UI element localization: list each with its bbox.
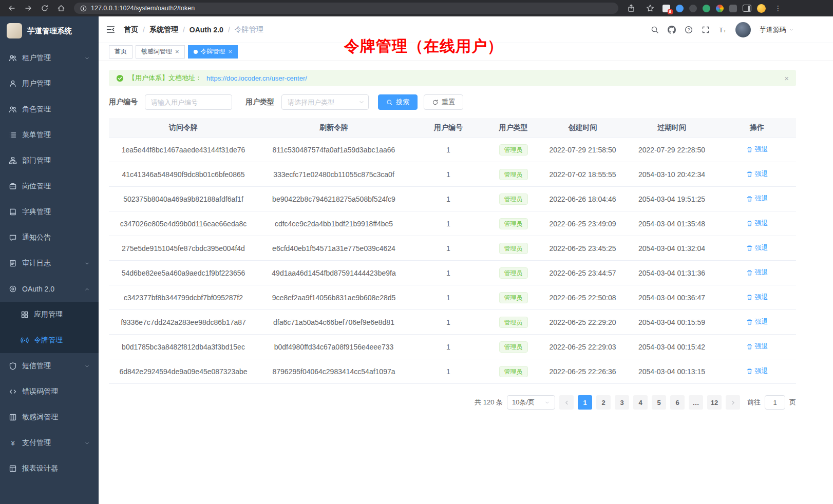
sidebar-item-post[interactable]: 岗位管理 bbox=[0, 173, 99, 199]
sidebar-item-dept[interactable]: 部门管理 bbox=[0, 148, 99, 173]
sidebar-item-oauth-app[interactable]: 应用管理 bbox=[0, 302, 99, 327]
browser-profile-avatar[interactable] bbox=[757, 4, 766, 13]
breadcrumb-separator: / bbox=[228, 26, 230, 34]
tab-home[interactable]: 首页 bbox=[109, 45, 132, 59]
sidebar-item-tenant[interactable]: 租户管理 bbox=[0, 45, 99, 71]
force-logout-button[interactable]: 强退 bbox=[746, 219, 768, 228]
sidebar-item-payment[interactable]: 支付管理 bbox=[0, 430, 99, 456]
user-type-badge: 管理员 bbox=[499, 144, 528, 156]
browser-back-button[interactable] bbox=[5, 2, 18, 14]
force-logout-button[interactable]: 强退 bbox=[746, 366, 768, 376]
sidebar-item-user[interactable]: 用户管理 bbox=[0, 71, 99, 96]
tab-token[interactable]: 令牌管理× bbox=[188, 45, 238, 59]
cell-expire-time: 2054-03-04 01:31:36 bbox=[626, 269, 718, 277]
cell-access-token: 1ea5e44f8bc1467aaede43144f31de76 bbox=[109, 146, 258, 154]
search-icon[interactable] bbox=[651, 26, 659, 34]
sidebar-item-role[interactable]: 角色管理 bbox=[0, 96, 99, 122]
app-title: 芋道管理系统 bbox=[27, 26, 72, 36]
page-button-3[interactable]: 3 bbox=[615, 395, 629, 410]
extensions-puzzle-icon[interactable] bbox=[729, 5, 737, 12]
page-more-button[interactable]: … bbox=[689, 395, 703, 410]
browser-reload-button[interactable] bbox=[38, 2, 51, 14]
force-logout-button[interactable]: 强退 bbox=[746, 243, 768, 253]
browser-menu-icon[interactable]: ⋮ bbox=[771, 2, 785, 14]
force-logout-button[interactable]: 强退 bbox=[746, 293, 768, 302]
extension-icon-5[interactable] bbox=[716, 5, 724, 12]
breadcrumb-home[interactable]: 首页 bbox=[124, 25, 138, 34]
force-logout-button[interactable]: 强退 bbox=[746, 169, 768, 179]
tab-close-icon[interactable]: × bbox=[229, 48, 233, 55]
sidebar-item-sms[interactable]: 短信管理 bbox=[0, 353, 99, 379]
sidebar-item-menu[interactable]: 菜单管理 bbox=[0, 122, 99, 148]
tab-close-icon[interactable]: × bbox=[175, 48, 179, 55]
breadcrumb-system[interactable]: 系统管理 bbox=[149, 25, 178, 34]
page-size-select[interactable]: 10条/页 bbox=[507, 395, 555, 410]
alert-close-icon[interactable]: × bbox=[784, 74, 789, 83]
site-info-icon[interactable] bbox=[80, 5, 87, 12]
sidebar-item-oauth-token[interactable]: 令牌管理 bbox=[0, 327, 99, 353]
user-name: 芋道源码 bbox=[760, 25, 786, 34]
page-button-12[interactable]: 12 bbox=[707, 395, 722, 410]
doc-link[interactable]: https://doc.iocoder.cn/user-center/ bbox=[206, 74, 307, 82]
cell-action: 强退 bbox=[718, 342, 796, 352]
force-logout-button[interactable]: 强退 bbox=[746, 317, 768, 326]
extension-icon-3[interactable] bbox=[689, 5, 697, 12]
force-logout-button[interactable]: 强退 bbox=[746, 145, 768, 154]
tab-sensitive-word[interactable]: 敏感词管理× bbox=[136, 45, 185, 59]
cell-action: 强退 bbox=[718, 219, 796, 228]
goto-page-input[interactable] bbox=[765, 395, 785, 410]
browser-forward-button[interactable] bbox=[22, 2, 35, 14]
cell-action: 强退 bbox=[718, 317, 796, 327]
user-id-input[interactable] bbox=[145, 94, 232, 110]
force-logout-button[interactable]: 强退 bbox=[746, 268, 768, 277]
sidebar-item-error-code[interactable]: 错误码管理 bbox=[0, 379, 99, 404]
breadcrumb-oauth[interactable]: OAuth 2.0 bbox=[190, 26, 223, 34]
col-action: 操作 bbox=[718, 123, 796, 132]
reset-button[interactable]: 重置 bbox=[424, 94, 463, 110]
extension-icon-4[interactable] bbox=[703, 5, 710, 12]
page-button-1[interactable]: 1 bbox=[578, 395, 592, 410]
search-button[interactable]: 搜索 bbox=[378, 94, 418, 110]
user-menu[interactable]: 芋道源码 bbox=[760, 25, 794, 34]
extension-icon-2[interactable] bbox=[676, 5, 684, 12]
page-button-4[interactable]: 4 bbox=[633, 395, 648, 410]
extension-icon-1[interactable]: 8 bbox=[662, 5, 670, 12]
breadcrumb-separator: / bbox=[143, 26, 145, 34]
force-logout-button[interactable]: 强退 bbox=[746, 342, 768, 351]
user-avatar[interactable] bbox=[735, 22, 751, 37]
cell-access-token: c342377bf8b344799dcbf7bf095287f2 bbox=[109, 294, 258, 302]
page-button-2[interactable]: 2 bbox=[596, 395, 611, 410]
bookmark-star-icon[interactable] bbox=[643, 2, 657, 14]
user-type-badge: 管理员 bbox=[499, 169, 528, 180]
pagination: 共 120 条 10条/页 1 2 3 4 5 6 … 12 前往 页 bbox=[109, 395, 796, 410]
split-view-icon[interactable] bbox=[743, 5, 751, 12]
browser-home-button[interactable] bbox=[54, 2, 68, 14]
user-icon bbox=[9, 80, 17, 88]
force-logout-button[interactable]: 强退 bbox=[746, 194, 768, 203]
sidebar-item-audit-log[interactable]: 审计日志 bbox=[0, 250, 99, 276]
user-type-select[interactable] bbox=[281, 94, 369, 110]
user-type-select-input[interactable] bbox=[281, 94, 369, 110]
sidebar-item-oauth[interactable]: OAuth 2.0 bbox=[0, 276, 99, 302]
sidebar-item-notice[interactable]: 通知公告 bbox=[0, 225, 99, 250]
page-button-6[interactable]: 6 bbox=[670, 395, 685, 410]
sidebar-collapse-icon[interactable] bbox=[106, 25, 116, 34]
next-page-button[interactable] bbox=[726, 395, 740, 410]
share-icon[interactable] bbox=[624, 2, 638, 14]
force-logout-label: 强退 bbox=[755, 342, 768, 351]
address-bar[interactable]: 127.0.0.1:1024/system/oauth2/token bbox=[74, 3, 618, 14]
font-size-icon[interactable] bbox=[718, 26, 727, 34]
sidebar-item-sensitive-word[interactable]: 敏感词管理 bbox=[0, 404, 99, 430]
prev-page-button[interactable] bbox=[559, 395, 574, 410]
github-icon[interactable] bbox=[668, 26, 676, 34]
cell-access-token: 54d6be82ee5a460a9aedc1f9bf223656 bbox=[109, 269, 258, 277]
cell-user-id: 1 bbox=[410, 367, 487, 376]
tab-label: 首页 bbox=[115, 47, 127, 56]
help-icon[interactable] bbox=[685, 26, 693, 34]
page-button-5[interactable]: 5 bbox=[652, 395, 666, 410]
fullscreen-icon[interactable] bbox=[702, 26, 710, 34]
sidebar-item-report-designer[interactable]: 报表设计器 bbox=[0, 456, 99, 481]
sidebar-item-dict[interactable]: 字典管理 bbox=[0, 199, 99, 225]
tags-view-bar: 首页 敏感词管理× 令牌管理× bbox=[99, 43, 833, 61]
cell-user-id: 1 bbox=[410, 318, 487, 326]
